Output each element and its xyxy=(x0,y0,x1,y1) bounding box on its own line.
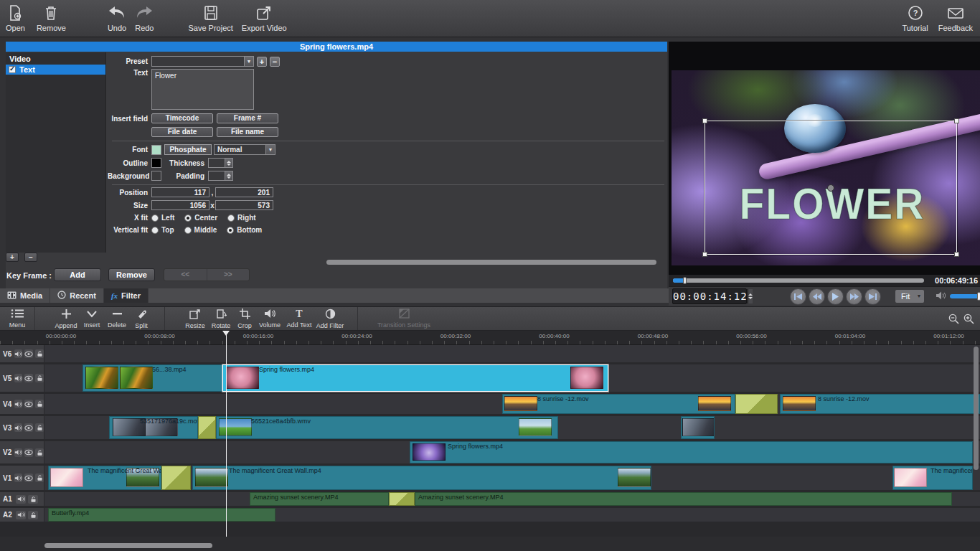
eye-icon[interactable] xyxy=(24,400,33,408)
lock-icon[interactable] xyxy=(35,474,44,482)
move-handle[interactable] xyxy=(827,184,834,192)
insert-file-name-button[interactable]: File name xyxy=(217,127,278,137)
resize-handle-sw[interactable] xyxy=(702,252,707,257)
lock-icon[interactable] xyxy=(35,349,44,358)
radio-circle-icon[interactable] xyxy=(151,227,159,234)
video-clip[interactable] xyxy=(681,416,715,439)
lock-icon[interactable] xyxy=(35,400,44,408)
timecode-stepper[interactable] xyxy=(748,289,753,303)
volume-icon[interactable] xyxy=(16,495,26,504)
rotate-button[interactable]: Rotate xyxy=(208,307,234,330)
video-clip[interactable]: 56521ce8a4bfb.wmv xyxy=(216,416,558,439)
audio-clip[interactable]: Butterfly.mp4 xyxy=(48,508,275,522)
eye-icon[interactable] xyxy=(24,423,33,432)
size-width-field[interactable]: 1056 xyxy=(151,200,209,210)
transition-clip[interactable] xyxy=(161,466,191,490)
transition-clip[interactable] xyxy=(389,492,415,506)
font-name-button[interactable]: Phosphate xyxy=(164,144,212,155)
remove-layer-button[interactable]: − xyxy=(24,253,37,262)
resize-handle-se[interactable] xyxy=(954,252,959,257)
video-clip[interactable]: 535171976a19c.mov xyxy=(109,416,198,439)
keyframe-prev-button[interactable]: << xyxy=(164,269,207,281)
redo-button[interactable]: Redo xyxy=(135,1,154,36)
timeline-horizontal-scrollbar[interactable] xyxy=(44,543,212,548)
timeline-menu-button[interactable]: Menu xyxy=(4,307,30,330)
export-video-button[interactable]: Export Video xyxy=(242,1,287,36)
radio-left[interactable]: Left xyxy=(151,214,174,222)
tab-filter[interactable]: fx Filter xyxy=(104,288,149,303)
text-selection-box[interactable] xyxy=(705,121,957,255)
add-filter-button[interactable]: Add Filter xyxy=(314,307,346,330)
skip-start-button[interactable] xyxy=(790,288,806,305)
keyframe-remove-button[interactable]: Remove xyxy=(108,268,155,281)
stepper-arrows-icon[interactable] xyxy=(225,171,233,181)
padding-value[interactable] xyxy=(208,171,225,181)
add-layer-button[interactable]: + xyxy=(6,253,19,262)
radio-center[interactable]: Center xyxy=(184,214,217,222)
font-color-swatch[interactable] xyxy=(151,145,161,155)
position-y-field[interactable]: 201 xyxy=(215,187,273,197)
transition-clip[interactable] xyxy=(735,394,778,414)
eye-icon[interactable] xyxy=(24,349,33,358)
seek-handle[interactable] xyxy=(683,277,687,284)
lock-icon[interactable] xyxy=(35,423,44,432)
radio-circle-icon[interactable] xyxy=(151,215,159,222)
video-clip[interactable]: Spring flowers.mp4 xyxy=(222,364,608,392)
keyframe-next-button[interactable]: >> xyxy=(207,269,250,281)
add-text-button[interactable]: T Add Text xyxy=(284,307,314,330)
layer-checkbox[interactable] xyxy=(9,66,16,73)
properties-scrollbar[interactable] xyxy=(326,260,656,265)
lock-icon[interactable] xyxy=(28,495,38,504)
lock-icon[interactable] xyxy=(35,448,44,457)
open-button[interactable]: Open xyxy=(6,1,25,36)
remove-button[interactable]: Remove xyxy=(37,1,66,36)
volume-icon[interactable] xyxy=(16,511,26,519)
radio-circle-icon[interactable] xyxy=(184,215,192,222)
volume-handle[interactable] xyxy=(977,292,980,301)
undo-button[interactable]: Undo xyxy=(108,1,126,36)
layer-item-text[interactable]: Text xyxy=(6,65,105,75)
crop-button[interactable]: Crop xyxy=(234,307,255,330)
resize-handle-ne[interactable] xyxy=(954,118,959,123)
volume-slider[interactable] xyxy=(950,294,980,298)
video-clip[interactable]: 8 sunrise -12.mov xyxy=(780,394,980,414)
insert-button[interactable]: Insert xyxy=(80,307,104,330)
eye-icon[interactable] xyxy=(24,448,33,457)
thickness-value[interactable] xyxy=(208,158,225,168)
rewind-button[interactable] xyxy=(809,288,825,305)
fast-forward-button[interactable] xyxy=(846,288,862,305)
size-height-field[interactable]: 573 xyxy=(215,200,273,210)
zoom-mode-dropdown[interactable]: Fit ▼ xyxy=(895,290,924,303)
skip-end-button[interactable] xyxy=(864,288,881,305)
radio-circle-icon[interactable] xyxy=(227,215,235,222)
playhead[interactable] xyxy=(226,331,227,537)
playhead-cap-icon[interactable] xyxy=(222,331,230,336)
play-button[interactable] xyxy=(827,288,844,305)
insert-frame--button[interactable]: Frame # xyxy=(217,113,278,123)
volume-icon[interactable] xyxy=(14,448,23,457)
tutorial-button[interactable]: ? Tutorial xyxy=(902,1,928,36)
audio-clip[interactable]: Amazing sunset scenery.MP4 xyxy=(415,492,952,506)
eye-icon[interactable] xyxy=(24,474,33,482)
timeline-ruler[interactable]: 00:00:00:0000:00:08:0000:00:16:0000:00:2… xyxy=(0,331,980,345)
feedback-button[interactable]: Feedback xyxy=(938,1,973,36)
font-style-dropdown[interactable]: Normal ▼ xyxy=(214,144,275,155)
background-color-swatch[interactable] xyxy=(151,171,161,181)
chevron-down-icon[interactable]: ▼ xyxy=(244,56,254,67)
zoom-in-icon[interactable] xyxy=(963,314,974,327)
radio-right[interactable]: Right xyxy=(227,214,256,222)
seek-bar[interactable] xyxy=(673,278,924,283)
volume-button[interactable]: Volume xyxy=(255,307,284,330)
delete-button[interactable]: Delete xyxy=(104,307,130,330)
radio-bottom[interactable]: Bottom xyxy=(227,226,262,234)
timeline-vertical-scrollbar[interactable] xyxy=(974,347,979,470)
stepper-arrows-icon[interactable] xyxy=(225,158,233,168)
preset-remove-button[interactable]: − xyxy=(270,57,280,67)
volume-icon[interactable] xyxy=(14,474,23,482)
save-project-button[interactable]: Save Project xyxy=(188,1,232,36)
video-clip[interactable]: 56...38.mp4 xyxy=(83,364,223,392)
radio-top[interactable]: Top xyxy=(151,226,174,234)
video-clip[interactable]: 8 sunrise -12.mov xyxy=(502,394,735,414)
chevron-down-icon[interactable]: ▼ xyxy=(265,144,275,155)
text-input[interactable]: Flower xyxy=(151,69,254,110)
